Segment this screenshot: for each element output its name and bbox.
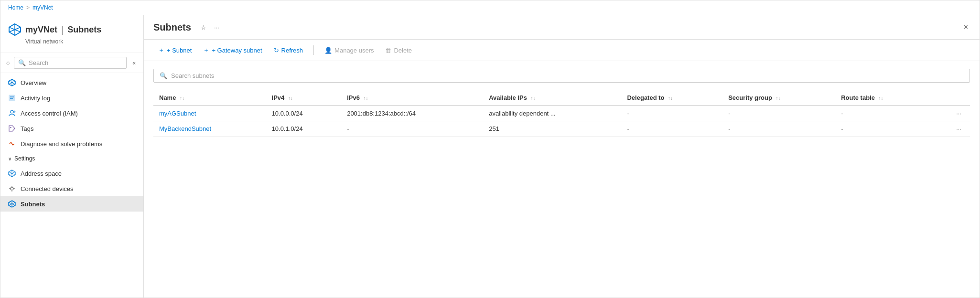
refresh-button[interactable]: ↻ Refresh (269, 44, 308, 56)
manage-users-icon: 👤 (324, 47, 332, 54)
sidebar-item-subnets[interactable]: Subnets (0, 196, 143, 212)
conndev-icon (8, 185, 16, 192)
sidebar-item-connecteddevices-label: Connected devices (21, 185, 74, 192)
row1-name[interactable]: myAGSubnet (153, 106, 266, 121)
table-search-input[interactable] (171, 72, 964, 79)
add-gateway-subnet-button[interactable]: ＋ + Gateway subnet (198, 43, 267, 57)
sidebar-item-connecteddevices[interactable]: Connected devices (0, 181, 143, 196)
manage-users-button[interactable]: 👤 Manage users (320, 44, 378, 56)
subnets-table: Name ↑↓ IPv4 ↑↓ IPv6 ↑↓ Available IPs ↑↓… (153, 90, 970, 137)
svg-point-11 (11, 110, 13, 113)
row2-security-group: - (722, 121, 835, 137)
row1-ipv4: 10.0.0.0/24 (266, 106, 342, 121)
add-subnet-label: + Subnet (167, 47, 192, 54)
row2-actions[interactable]: ··· (930, 121, 970, 137)
sidebar-page-name: Subnets (67, 25, 101, 35)
sidebar-item-diagnose-label: Diagnose and solve problems (21, 140, 102, 148)
refresh-icon: ↻ (274, 47, 279, 54)
breadcrumb-current[interactable]: myVNet (32, 4, 53, 11)
sidebar-item-tags-label: Tags (21, 125, 33, 132)
table-header: Name ↑↓ IPv4 ↑↓ IPv6 ↑↓ Available IPs ↑↓… (153, 90, 970, 106)
row2-ellipsis-icon[interactable]: ··· (953, 124, 964, 133)
collapse-button[interactable]: « (130, 59, 138, 67)
sidebar-item-activitylog[interactable]: Activity log (0, 90, 143, 106)
sidebar-search-box[interactable]: 🔍 Search (14, 57, 127, 69)
add-subnet-button[interactable]: ＋ + Subnet (153, 43, 196, 57)
row2-route-table: - (835, 121, 930, 137)
col-security-group[interactable]: Security group ↑↓ (722, 90, 835, 106)
col-ipv4[interactable]: IPv4 ↑↓ (266, 90, 342, 106)
row2-ipv4: 10.0.1.0/24 (266, 121, 342, 137)
add-gateway-subnet-label: + Gateway subnet (212, 47, 262, 54)
table-row: myAGSubnet 10.0.0.0/24 2001:db8:1234:abc… (153, 106, 970, 121)
col-ipv6[interactable]: IPv6 ↑↓ (341, 90, 483, 106)
sidebar-item-iam-label: Access control (IAM) (21, 110, 78, 117)
svg-line-16 (13, 144, 14, 145)
table-search-box[interactable]: 🔍 (153, 69, 970, 83)
page-title: Subnets (153, 22, 191, 33)
svg-point-12 (13, 111, 15, 113)
col-actions (930, 90, 970, 106)
sidebar-pipe: | (61, 24, 64, 35)
subnet-icon (8, 200, 16, 208)
content-area: Subnets ☆ ··· × ＋ + Subnet ＋ + Gateway s… (144, 15, 980, 298)
sidebar-resource-name: myVNet (25, 25, 57, 35)
row1-ellipsis-icon[interactable]: ··· (953, 109, 964, 118)
delete-label: Delete (394, 47, 412, 54)
col-name[interactable]: Name ↑↓ (153, 90, 266, 106)
overview-icon (8, 79, 16, 86)
main-layout: myVNet | Subnets Virtual network ◇ 🔍 Sea… (0, 15, 980, 298)
sidebar-item-iam[interactable]: Access control (IAM) (0, 106, 143, 121)
toolbar: ＋ + Subnet ＋ + Gateway subnet ↻ Refresh … (144, 40, 980, 61)
col-delegated-to[interactable]: Delegated to ↑↓ (621, 90, 722, 106)
col-route-table[interactable]: Route table ↑↓ (835, 90, 930, 106)
sidebar-header: myVNet | Subnets Virtual network (0, 15, 143, 53)
search-icon: 🔍 (18, 59, 26, 66)
row1-delegated-to: - (621, 106, 722, 121)
sidebar-nav: Overview Activity log Access control (IA… (0, 73, 143, 298)
close-button[interactable]: × (962, 21, 970, 33)
sidebar-search-text: Search (29, 59, 48, 66)
delete-button[interactable]: 🗑 Delete (380, 44, 417, 56)
favorite-icon[interactable]: ☆ (199, 22, 208, 33)
actlog-icon (8, 94, 16, 102)
iam-icon (8, 109, 16, 117)
refresh-label: Refresh (281, 47, 303, 54)
row1-ipv6: 2001:db8:1234:abcd::/64 (341, 106, 483, 121)
sidebar-subtitle: Virtual network (25, 38, 136, 45)
sidebar-item-addressspace[interactable]: Address space (0, 166, 143, 181)
delete-icon: 🗑 (385, 47, 391, 54)
svg-point-21 (11, 187, 13, 190)
row2-delegated-to: - (621, 121, 722, 137)
sidebar-item-addressspace-label: Address space (21, 170, 62, 177)
row2-name[interactable]: MyBackendSubnet (153, 121, 266, 137)
manage-users-label: Manage users (334, 47, 374, 54)
add-subnet-icon: ＋ (158, 46, 164, 54)
app-container: Home > myVNet myVNet | Subnets (0, 0, 980, 298)
table-container: 🔍 Name ↑↓ IPv4 ↑↓ IPv6 ↑↓ Available IPs … (144, 61, 980, 298)
more-options-icon[interactable]: ··· (212, 22, 221, 33)
row2-ipv6: - (341, 121, 483, 137)
breadcrumb-home[interactable]: Home (8, 4, 23, 11)
table-body: myAGSubnet 10.0.0.0/24 2001:db8:1234:abc… (153, 106, 970, 137)
add-gateway-icon: ＋ (203, 46, 209, 54)
diamond-icon: ◇ (6, 60, 10, 65)
table-search-icon: 🔍 (160, 72, 167, 79)
sidebar-item-diagnose[interactable]: Diagnose and solve problems (0, 136, 143, 151)
page-header-left: Subnets ☆ ··· (153, 22, 221, 33)
breadcrumb: Home > myVNet (0, 0, 980, 15)
sidebar-item-tags[interactable]: Tags (0, 121, 143, 136)
table-row: MyBackendSubnet 10.0.1.0/24 - 251 - - - … (153, 121, 970, 137)
settings-chevron-icon: ∨ (8, 156, 11, 161)
col-available-ips[interactable]: Available IPs ↑↓ (483, 90, 621, 106)
sidebar-item-overview[interactable]: Overview (0, 75, 143, 90)
row1-actions[interactable]: ··· (930, 106, 970, 121)
breadcrumb-separator: > (26, 4, 30, 11)
sidebar-search-row: ◇ 🔍 Search « (0, 53, 143, 73)
row1-route-table: - (835, 106, 930, 121)
svg-rect-8 (9, 95, 15, 101)
diagnose-icon (8, 140, 16, 148)
page-header-icons: ☆ ··· (199, 22, 221, 33)
svg-line-15 (11, 142, 13, 145)
sidebar-item-overview-label: Overview (21, 79, 46, 86)
